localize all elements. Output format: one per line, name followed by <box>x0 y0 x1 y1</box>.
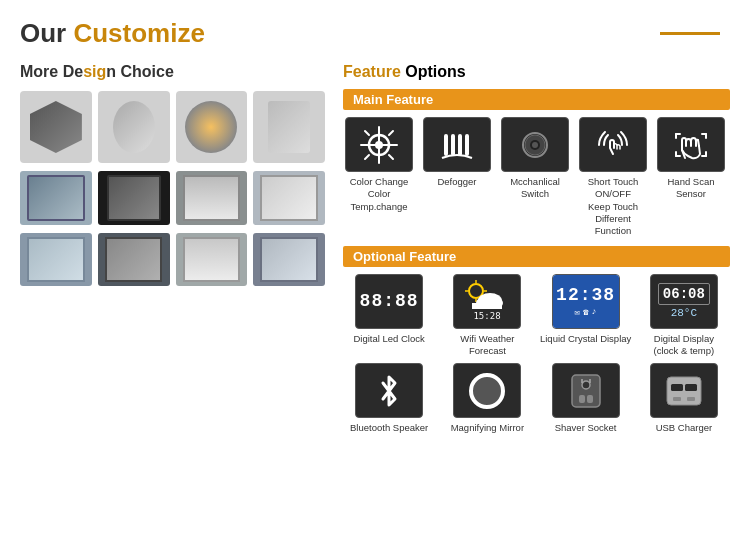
bluetooth-label: Bluetooth Speaker <box>350 422 428 434</box>
feature-hand-scan: Hand Scan Sensor <box>655 117 727 238</box>
hand-scan-icon-box <box>657 117 725 172</box>
svg-line-8 <box>365 131 369 135</box>
mechanical-switch-label: McchanlicalSwitch <box>510 176 560 201</box>
mirror-thumb-6 <box>98 233 170 287</box>
svg-point-19 <box>532 142 538 148</box>
weather-display: 15:28 <box>458 275 516 327</box>
digital-clock-icon-box: 88:88 <box>355 274 423 329</box>
mechanical-switch-icon-box <box>501 117 569 172</box>
mechanical-switch-icon <box>516 126 554 164</box>
svg-line-11 <box>365 155 369 159</box>
title-choice: n Choice <box>106 63 174 80</box>
mirror-thumb-3 <box>176 171 248 225</box>
title-more: More De <box>20 63 83 80</box>
svg-rect-46 <box>685 384 697 391</box>
main-feature-label: Main Feature <box>343 89 730 110</box>
color-change-icon <box>360 126 398 164</box>
magnifying-label: Magnifying Mirror <box>451 422 524 434</box>
digital-display-icon-box: 06:08 28°C <box>650 274 718 329</box>
main-content: More Design Choice <box>20 63 730 443</box>
hand-scan-label: Hand Scan Sensor <box>655 176 727 201</box>
svg-line-10 <box>389 131 393 135</box>
digital-display-label: Digital Display(clock & temp) <box>654 333 715 358</box>
lcd-display: 12:38 ✉☎♪ <box>553 275 619 328</box>
svg-rect-15 <box>465 134 469 156</box>
mirror-oval <box>98 91 170 163</box>
svg-rect-44 <box>667 377 701 405</box>
title-sign: sig <box>83 63 106 80</box>
weather-icon: 15:28 <box>458 275 516 323</box>
shaver-icon-box <box>552 363 620 418</box>
mirror-thumb-1 <box>20 171 92 225</box>
digital-temp: 28°C <box>658 307 710 319</box>
svg-line-9 <box>389 155 393 159</box>
svg-rect-45 <box>671 384 683 391</box>
mirror-thumb-2 <box>98 171 170 225</box>
color-change-label: Color ChangeColor Temp.change <box>343 176 415 213</box>
optional-feature-label: Optional Feature <box>343 246 730 267</box>
oval-shape <box>113 101 155 153</box>
bluetooth-icon-box <box>355 363 423 418</box>
magnifying-icon-box <box>453 363 521 418</box>
svg-point-3 <box>375 141 383 149</box>
hex-shape <box>30 101 82 153</box>
optional-feature-icons: 88:88 Digital Led Clock <box>343 274 730 435</box>
feature-section-title: Feature Options <box>343 63 730 81</box>
mirror-thumb-5 <box>20 233 92 287</box>
mirror-circle <box>176 91 248 163</box>
feature-color-change: Color ChangeColor Temp.change <box>343 117 415 238</box>
circle-shape <box>185 101 237 153</box>
feature-shaver: Shaver Socket <box>540 363 632 434</box>
svg-rect-36 <box>472 303 502 309</box>
digital-display-content: 06:08 28°C <box>658 283 710 319</box>
svg-rect-41 <box>587 395 593 403</box>
title-our: Our <box>20 18 73 48</box>
defogger-label: Defogger <box>437 176 476 188</box>
digital-time: 06:08 <box>658 283 710 305</box>
page-title: Our Customize <box>20 18 205 49</box>
svg-point-39 <box>582 381 590 389</box>
lcd-time: 12:38 <box>556 285 615 305</box>
shape-row <box>20 91 325 163</box>
mirror-thumb-4 <box>253 171 325 225</box>
usb-icon-box <box>650 363 718 418</box>
right-column: Feature Options Main Feature <box>343 63 730 443</box>
hand-scan-icon <box>672 126 710 164</box>
feature-lcd: 12:38 ✉☎♪ Liquid Crystal Display <box>540 274 632 358</box>
svg-rect-13 <box>451 134 455 156</box>
svg-rect-48 <box>687 397 695 401</box>
page: Our Customize More Design Choice <box>0 0 750 536</box>
feature-touch-switch: Short Touch ON/OFFKeep Touch DifferentFu… <box>577 117 649 238</box>
main-feature-section: Main Feature <box>343 89 730 238</box>
title-customize: Customize <box>73 18 204 48</box>
lcd-icon-box: 12:38 ✉☎♪ <box>552 274 620 329</box>
shaver-icon <box>564 369 608 413</box>
touch-switch-label: Short Touch ON/OFFKeep Touch DifferentFu… <box>577 176 649 238</box>
svg-rect-47 <box>673 397 681 401</box>
title-options: Options <box>401 63 466 80</box>
feature-digital-led-clock: 88:88 Digital Led Clock <box>343 274 435 358</box>
shaver-label: Shaver Socket <box>555 422 617 434</box>
digital-clock-label: Digital Led Clock <box>353 333 424 345</box>
main-feature-icons: Color ChangeColor Temp.change <box>343 117 730 238</box>
mirror-thumb-8 <box>253 233 325 287</box>
weather-icon-box: 15:28 <box>453 274 521 329</box>
feature-wifi-weather: 15:28 Wifi Weather Forecast <box>441 274 533 358</box>
lcd-label: Liquid Crystal Display <box>540 333 631 345</box>
defogger-icon-box <box>423 117 491 172</box>
usb-label: USB Charger <box>656 422 713 434</box>
mirror-hexagon <box>20 91 92 163</box>
rect-shape <box>268 101 310 153</box>
feature-bluetooth: Bluetooth Speaker <box>343 363 435 434</box>
digital-clock-display: 88:88 <box>360 291 419 311</box>
defogger-icon <box>438 126 476 164</box>
touch-switch-icon <box>594 126 632 164</box>
usb-icon <box>659 369 709 413</box>
bluetooth-icon <box>371 371 407 411</box>
svg-rect-38 <box>572 375 600 407</box>
design-section-title: More Design Choice <box>20 63 325 81</box>
mirror-rectangle <box>253 91 325 163</box>
rect-mirrors-row2 <box>20 233 325 287</box>
header-divider <box>660 32 720 35</box>
feature-defogger: Defogger <box>421 117 493 238</box>
